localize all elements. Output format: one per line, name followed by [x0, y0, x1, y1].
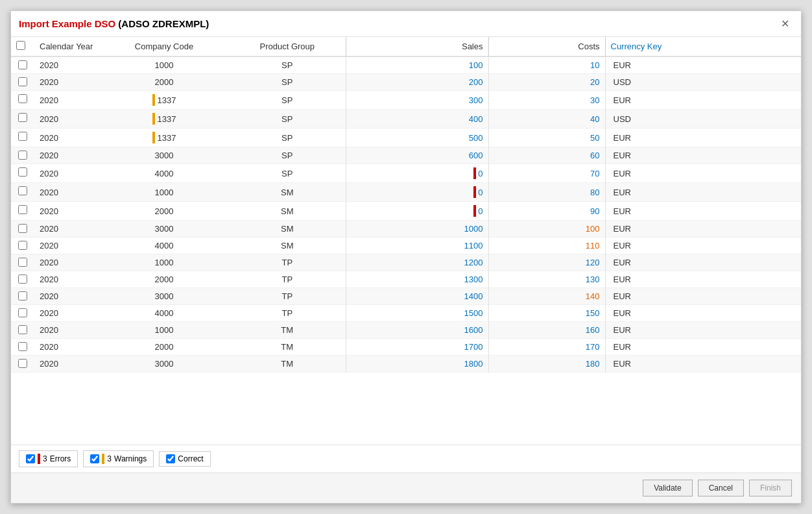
row-year: 2020: [34, 356, 99, 373]
row-company: 2000: [99, 74, 229, 91]
row-checkbox-cell: [11, 238, 34, 253]
row-product: SP: [229, 164, 346, 183]
row-costs: 50: [488, 128, 605, 147]
row-costs: 120: [488, 254, 605, 271]
row-sales: 0: [346, 183, 488, 202]
row-sales: 500: [346, 128, 488, 147]
sales-error-indicator: [473, 167, 476, 179]
table-row: 20201000SM080EUR: [11, 183, 801, 202]
table-row: 20201000TP1200120EUR: [11, 254, 801, 271]
row-year: 2020: [34, 183, 99, 202]
row-product: SP: [229, 74, 346, 91]
row-company: 3000: [99, 288, 229, 305]
row-costs: 30: [488, 91, 605, 110]
select-all-checkbox[interactable]: [16, 41, 25, 50]
errors-filter-button[interactable]: 3 Errors: [19, 450, 78, 467]
row-costs: 150: [488, 305, 605, 322]
row-checkbox-cell: [11, 254, 34, 270]
row-checkbox[interactable]: [18, 241, 27, 250]
correct-filter-button[interactable]: Correct: [159, 451, 210, 467]
row-checkbox-cell: [11, 221, 34, 236]
row-checkbox[interactable]: [18, 258, 27, 267]
row-currency: USD: [605, 74, 801, 91]
table-row: 20201000TM1600160EUR: [11, 322, 801, 339]
close-button[interactable]: ✕: [777, 16, 793, 31]
row-costs: 170: [488, 339, 605, 356]
sales-error-indicator: [473, 205, 476, 217]
filter-bar: 3 Errors 3 Warnings Correct: [11, 445, 801, 472]
row-costs: 90: [488, 202, 605, 221]
row-costs: 60: [488, 147, 605, 164]
row-sales: 0: [346, 164, 488, 183]
row-company: 3000: [99, 147, 229, 164]
row-year: 2020: [34, 128, 99, 147]
table-row: 20202000TP1300130EUR: [11, 271, 801, 288]
row-checkbox[interactable]: [18, 224, 27, 233]
row-costs: 80: [488, 183, 605, 202]
row-checkbox[interactable]: [18, 77, 27, 86]
row-checkbox[interactable]: [18, 291, 27, 300]
row-product: SP: [229, 147, 346, 164]
company-warning-indicator: [152, 94, 155, 106]
errors-indicator: [38, 454, 40, 464]
row-checkbox[interactable]: [18, 275, 27, 284]
row-checkbox[interactable]: [18, 167, 27, 177]
table-row: 20204000SM1100110EUR: [11, 238, 801, 254]
row-product: SM: [229, 183, 346, 202]
row-checkbox-cell: [11, 128, 34, 144]
table-row: 20203000SP60060EUR: [11, 147, 801, 164]
row-sales: 1000: [346, 221, 488, 238]
row-year: 2020: [34, 339, 99, 356]
table-row: 20202000TM1700170EUR: [11, 339, 801, 356]
row-year: 2020: [34, 271, 99, 288]
warnings-filter-button[interactable]: 3 Warnings: [83, 450, 154, 467]
row-checkbox[interactable]: [18, 94, 27, 103]
row-checkbox[interactable]: [18, 325, 27, 334]
row-currency: EUR: [605, 356, 801, 373]
warnings-count: 3: [107, 454, 112, 463]
row-checkbox[interactable]: [18, 60, 27, 69]
row-sales: 200: [346, 74, 488, 91]
sales-error-indicator: [473, 186, 476, 198]
row-year: 2020: [34, 164, 99, 183]
row-currency: EUR: [605, 322, 801, 339]
row-currency: EUR: [605, 164, 801, 183]
row-year: 2020: [34, 221, 99, 238]
header-year: Calendar Year: [34, 37, 99, 56]
row-checkbox[interactable]: [18, 342, 27, 351]
table-row: 20201337SP40040USD: [11, 110, 801, 128]
row-checkbox[interactable]: [18, 113, 27, 122]
row-currency: EUR: [605, 238, 801, 254]
row-checkbox[interactable]: [18, 359, 27, 368]
validate-button[interactable]: Validate: [643, 480, 692, 496]
correct-checkbox[interactable]: [166, 454, 175, 463]
row-product: SP: [229, 128, 346, 147]
table-row: 20201337SP30030EUR: [11, 91, 801, 110]
row-product: TP: [229, 305, 346, 322]
finish-button[interactable]: Finish: [749, 480, 792, 496]
table-row: 20203000SM1000100EUR: [11, 221, 801, 238]
row-checkbox-cell: [11, 74, 34, 90]
row-checkbox[interactable]: [18, 132, 27, 141]
row-year: 2020: [34, 305, 99, 322]
row-checkbox-cell: [11, 339, 34, 354]
row-company: 4000: [99, 305, 229, 322]
row-product: SP: [229, 91, 346, 110]
row-checkbox[interactable]: [18, 308, 27, 317]
warnings-checkbox[interactable]: [90, 454, 99, 463]
table-row: 20202000SM090EUR: [11, 202, 801, 221]
table-row: 20201000SP10010EUR: [11, 56, 801, 74]
errors-checkbox[interactable]: [26, 454, 35, 463]
row-checkbox-cell: [11, 110, 34, 125]
row-checkbox[interactable]: [18, 205, 27, 214]
row-year: 2020: [34, 254, 99, 271]
table-row: 20203000TP1400140EUR: [11, 288, 801, 305]
row-checkbox[interactable]: [18, 186, 27, 195]
row-currency: EUR: [605, 305, 801, 322]
cancel-button[interactable]: Cancel: [698, 480, 744, 496]
row-costs: 40: [488, 110, 605, 128]
row-checkbox[interactable]: [18, 151, 27, 160]
row-checkbox-cell: [11, 91, 34, 106]
row-sales: 1200: [346, 254, 488, 271]
row-product: TP: [229, 254, 346, 271]
